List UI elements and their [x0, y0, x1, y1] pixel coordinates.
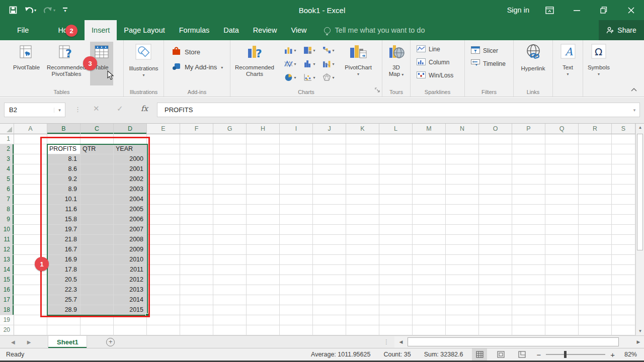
normal-view-button[interactable]: [472, 348, 487, 360]
cell-F14[interactable]: [180, 265, 213, 275]
cell-E3[interactable]: [147, 154, 180, 164]
column-header-F[interactable]: F: [180, 124, 213, 134]
cell-E18[interactable]: [147, 305, 180, 315]
cell-Q4[interactable]: [545, 164, 579, 174]
zoom-slider[interactable]: [546, 354, 605, 355]
cell-K8[interactable]: [346, 205, 379, 215]
cell-O2[interactable]: [479, 144, 512, 154]
cell-N8[interactable]: [446, 205, 479, 215]
cell-Q9[interactable]: [545, 215, 579, 225]
cell-Q11[interactable]: [545, 235, 579, 245]
cell-G12[interactable]: [213, 245, 247, 255]
cell-R13[interactable]: [579, 255, 612, 265]
cell-H13[interactable]: [247, 255, 280, 265]
cell-Q7[interactable]: [545, 195, 579, 205]
cell-C8[interactable]: [80, 205, 114, 215]
cell-J14[interactable]: [313, 265, 346, 275]
cell-B7[interactable]: 10.1: [47, 195, 80, 205]
cell-B13[interactable]: 16.9: [47, 255, 80, 265]
timeline-button[interactable]: Timeline: [467, 57, 513, 70]
cell-B14[interactable]: 17.8: [47, 265, 80, 275]
cell-Q20[interactable]: [545, 325, 579, 335]
zoom-level[interactable]: 82%: [620, 351, 637, 358]
cell-K17[interactable]: [346, 295, 379, 305]
tab-view[interactable]: View: [284, 20, 313, 40]
cell-S17[interactable]: [612, 295, 635, 305]
column-header-L[interactable]: L: [379, 124, 413, 134]
cell-Q14[interactable]: [545, 265, 579, 275]
cell-F11[interactable]: [180, 235, 213, 245]
scroll-up-icon[interactable]: ▲: [636, 124, 644, 132]
column-header-D[interactable]: D: [114, 124, 147, 134]
cell-R16[interactable]: [579, 285, 612, 295]
cell-N10[interactable]: [446, 225, 479, 235]
cell-F12[interactable]: [180, 245, 213, 255]
cell-M3[interactable]: [413, 154, 446, 164]
cell-K12[interactable]: [346, 245, 379, 255]
cell-G11[interactable]: [213, 235, 247, 245]
cell-O15[interactable]: [479, 275, 512, 285]
cell-L10[interactable]: [379, 225, 413, 235]
column-header-P[interactable]: P: [512, 124, 545, 134]
cell-G18[interactable]: [213, 305, 247, 315]
cell-O19[interactable]: [479, 315, 512, 325]
row-header-16[interactable]: 16: [0, 285, 14, 295]
cell-E5[interactable]: [147, 174, 180, 185]
cell-L11[interactable]: [379, 235, 413, 245]
cell-C17[interactable]: [80, 295, 114, 305]
cell-O20[interactable]: [479, 325, 512, 335]
tell-me-box[interactable]: Tell me what you want to do: [324, 20, 425, 40]
cell-I7[interactable]: [280, 195, 313, 205]
cell-A6[interactable]: [14, 185, 47, 195]
cell-M10[interactable]: [413, 225, 446, 235]
cell-B1[interactable]: [47, 134, 80, 144]
restore-button[interactable]: [597, 3, 611, 17]
cell-I20[interactable]: [280, 325, 313, 335]
cell-I1[interactable]: [280, 134, 313, 144]
cell-M17[interactable]: [413, 295, 446, 305]
cell-N17[interactable]: [446, 295, 479, 305]
cell-Q13[interactable]: [545, 255, 579, 265]
cell-I17[interactable]: [280, 295, 313, 305]
column-header-G[interactable]: G: [213, 124, 247, 134]
cell-G16[interactable]: [213, 285, 247, 295]
column-header-H[interactable]: H: [247, 124, 280, 134]
tab-page-layout[interactable]: Page Layout: [117, 20, 172, 40]
row-header-5[interactable]: 5: [0, 174, 14, 185]
cell-E13[interactable]: [147, 255, 180, 265]
cell-K1[interactable]: [346, 134, 379, 144]
cell-N9[interactable]: [446, 215, 479, 225]
cell-K15[interactable]: [346, 275, 379, 285]
cell-E6[interactable]: [147, 185, 180, 195]
undo-dropdown-icon[interactable]: ▾: [34, 8, 36, 13]
cell-J4[interactable]: [313, 164, 346, 174]
redo-dropdown-icon[interactable]: ▾: [53, 8, 55, 13]
cell-F16[interactable]: [180, 285, 213, 295]
cell-H4[interactable]: [247, 164, 280, 174]
cell-F8[interactable]: [180, 205, 213, 215]
cell-J19[interactable]: [313, 315, 346, 325]
vertical-scroll-thumb[interactable]: [637, 134, 643, 250]
cell-L9[interactable]: [379, 215, 413, 225]
undo-button[interactable]: ▾: [25, 7, 36, 14]
cell-R5[interactable]: [579, 174, 612, 185]
cell-P1[interactable]: [512, 134, 545, 144]
save-icon[interactable]: [9, 6, 17, 14]
insert-combo-chart-button[interactable]: ▾: [319, 57, 338, 70]
cell-O9[interactable]: [479, 215, 512, 225]
cell-R3[interactable]: [579, 154, 612, 164]
cell-J2[interactable]: [313, 144, 346, 154]
cell-N4[interactable]: [446, 164, 479, 174]
cell-B15[interactable]: 20.5: [47, 275, 80, 285]
formula-bar-handle[interactable]: ⋮: [74, 106, 81, 113]
cell-P9[interactable]: [512, 215, 545, 225]
cell-L13[interactable]: [379, 255, 413, 265]
cell-G15[interactable]: [213, 275, 247, 285]
cell-F20[interactable]: [180, 325, 213, 335]
cell-P14[interactable]: [512, 265, 545, 275]
cell-Q19[interactable]: [545, 315, 579, 325]
cell-B5[interactable]: 9.2: [47, 174, 80, 185]
cell-H10[interactable]: [247, 225, 280, 235]
cell-J20[interactable]: [313, 325, 346, 335]
cell-C11[interactable]: [80, 235, 114, 245]
